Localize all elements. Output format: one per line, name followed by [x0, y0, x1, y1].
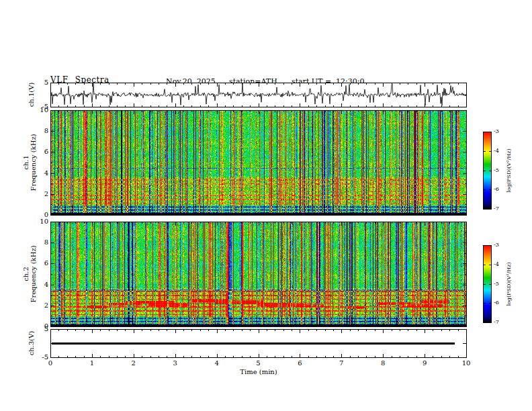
ch1-waveform-canvas — [50, 83, 467, 107]
freq-tick-label-ch2: 8 — [34, 238, 48, 246]
wave-tick-label-ch1: 5 — [34, 79, 48, 87]
ch1-spectrogram-canvas — [50, 110, 467, 216]
time-tick-label: 10 — [460, 359, 472, 367]
ch2-spectrogram-canvas — [50, 222, 467, 327]
colorbar-tick-label-1: -3 — [494, 128, 499, 135]
colorbar-tick-label-1: -5 — [494, 167, 499, 174]
freq-tick-label-ch1: 4 — [34, 169, 48, 177]
colorbar-tick-label-1: -4 — [494, 148, 499, 154]
colorbar-ch2-canvas — [483, 245, 492, 323]
colorbar-tick-label-2: -4 — [494, 261, 499, 268]
time-tick-label: 9 — [418, 359, 431, 367]
ch3-wave-ylabel: ch.3(V) — [28, 331, 35, 356]
time-tick-label: 6 — [294, 359, 306, 367]
colorbar-label-ch1: log(PSD)(V²/Hz) — [505, 148, 513, 192]
time-axis-label: Time (min) — [222, 368, 296, 376]
colorbar-tick-label-2: -5 — [494, 281, 499, 287]
colorbar-tick-label-1: -6 — [494, 186, 499, 193]
colorbar-ch1-canvas — [483, 132, 492, 210]
freq-tick-label-ch1: 6 — [34, 148, 48, 156]
ch1-spec-ylabel-line2: Frequency (kHz) — [30, 134, 37, 191]
ch3-waveform-canvas — [50, 329, 467, 358]
freq-tick-label-ch1: 8 — [34, 127, 48, 135]
freq-tick-label-ch2: 6 — [34, 259, 48, 267]
freq-tick-label-ch2: 10 — [34, 218, 48, 226]
colorbar-tick-label-2: -6 — [494, 300, 499, 306]
colorbar-tick-label-1: -7 — [494, 205, 499, 212]
ch1-spec-ylabel-line1: ch.1 — [22, 134, 30, 191]
colorbar-label-ch2: log(PSD)(V²/Hz) — [505, 262, 513, 306]
time-tick-label: 1 — [86, 359, 98, 367]
ch2-spec-ylabel-line2: Frequency (kHz) — [30, 245, 37, 302]
freq-tick-label-ch2: 2 — [34, 302, 48, 310]
time-tick-label: 3 — [169, 359, 181, 367]
colorbar-tick-label-2: -3 — [494, 242, 499, 248]
wave-tick-label-ch3: -5 — [34, 353, 48, 361]
time-tick-label: 7 — [335, 359, 347, 367]
freq-tick-label-ch1: 2 — [34, 190, 48, 198]
ch2-spec-ylabel: ch.2 Frequency (kHz) — [22, 245, 37, 302]
time-tick-label: 5 — [253, 359, 265, 367]
time-tick-label: 8 — [377, 359, 389, 367]
wave-tick-label-ch3: 5 — [34, 325, 48, 333]
time-tick-label: 4 — [211, 359, 223, 367]
wave-tick-label-ch1: -5 — [34, 103, 48, 111]
ch1-spec-ylabel: ch.1 Frequency (kHz) — [22, 134, 37, 191]
colorbar-tick-label-2: -7 — [494, 319, 499, 326]
time-tick-label: 2 — [128, 359, 140, 367]
ch2-spec-ylabel-line1: ch.2 — [22, 245, 30, 302]
freq-tick-label-ch2: 4 — [34, 281, 48, 289]
vlf-spectra-plot: VLF Spectra Nov.20, 2025 station=ATH sta… — [0, 0, 532, 411]
